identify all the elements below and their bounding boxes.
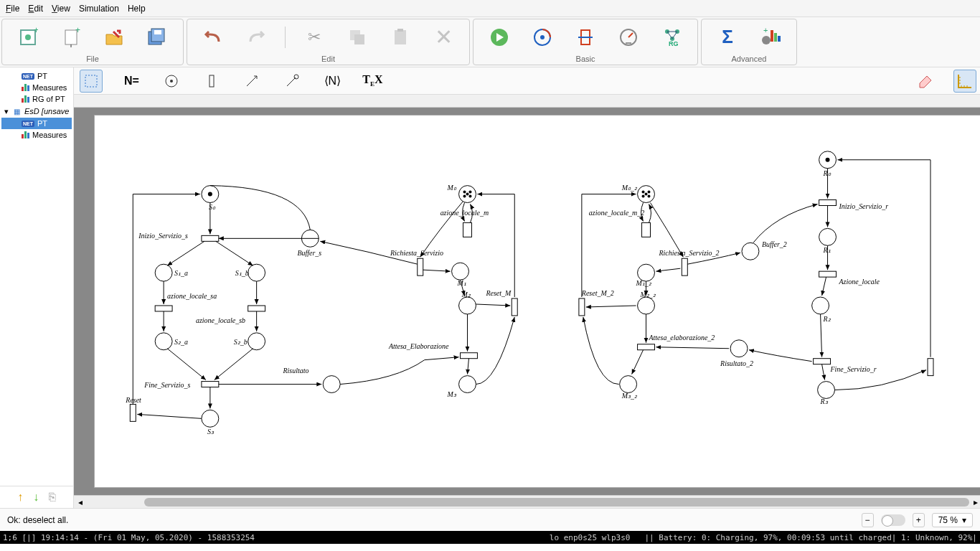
svg-rect-67 [418,258,423,276]
svg-text:Risultato_2: Risultato_2 [720,359,754,367]
zoom-select[interactable]: 75 %▾ [932,513,973,527]
svg-text:azione_locale_m_2: azione_locale_m_2 [589,209,644,217]
tree-item-rg[interactable]: RG of PT [1,93,72,105]
net-icon: NET [22,121,34,127]
sigma-button[interactable]: Σ [713,23,742,52]
move-up-button[interactable]: ↑ [17,491,23,504]
open-button[interactable] [100,23,128,52]
delete-button[interactable]: ✕ [429,23,458,52]
svg-point-117 [818,382,835,399]
arc-tool[interactable] [240,70,263,93]
cut-button[interactable]: ✂ [300,23,329,52]
new-net-button[interactable]: + [14,23,42,52]
zoom-toggle[interactable] [881,514,905,526]
svg-point-109 [819,228,837,245]
svg-point-98 [730,340,748,357]
select-tool[interactable] [80,70,103,93]
measure-button[interactable] [614,23,643,52]
ctmc-button[interactable] [571,23,600,52]
angle-n-tool[interactable]: ⟨N⟩ [321,70,344,93]
svg-text:+: + [34,27,38,35]
svg-text:Inizio_Servizio_s: Inizio_Servizio_s [138,232,189,240]
save-all-button[interactable] [143,23,171,52]
tree-item-pt2[interactable]: NETPT [1,118,72,129]
petri-net-canvas[interactable]: S₀ Inizio_Servizio_s S₁_a S₁_b azione_lo… [94,115,980,488]
svg-point-92 [638,297,655,314]
svg-rect-9 [354,34,364,44]
svg-text:Buffer_s: Buffer_s [298,249,322,257]
net-icon: NET [22,73,34,80]
svg-text:S₁_a: S₁_a [174,269,188,277]
svg-rect-65 [463,222,472,237]
rg-button[interactable]: RG [657,23,686,52]
zoom-out-button[interactable]: − [862,513,874,527]
place-tool[interactable] [160,70,183,93]
paste-button[interactable] [386,23,415,52]
eraser-tool[interactable] [913,70,936,93]
toolbar-group-label: Edit [187,55,469,65]
sidebar-actions: ↑ ↓ ⎘ [0,486,73,508]
menu-help[interactable]: Help [128,4,146,14]
menu-file[interactable]: File [6,4,19,14]
transition-tool[interactable] [200,70,223,93]
toolbar-group-label: Advanced [702,55,796,65]
ruler-horizontal [74,95,980,108]
tree-item-measures[interactable]: Measures [1,82,72,93]
svg-point-24 [762,36,771,44]
undo-button[interactable] [199,23,227,52]
svg-point-59 [463,191,466,194]
svg-rect-26 [85,75,97,87]
svg-point-44 [156,333,173,350]
project-tree[interactable]: NETPT Measures RG of PT ▾▦EsD [unsave NE… [0,67,73,486]
chart-settings-button[interactable]: + [756,23,785,52]
state-space-button[interactable] [528,23,557,52]
toolbar-group-label: File [2,55,183,65]
svg-point-38 [248,264,265,281]
svg-text:Inizio_Servizio_r: Inizio_Servizio_r [839,202,889,210]
svg-text:Reset_M_2: Reset_M_2 [581,289,614,297]
new-page-button[interactable]: + [57,23,85,52]
move-down-button[interactable]: ↓ [33,491,39,504]
svg-point-32 [208,192,212,197]
svg-text:S₂_a: S₂_a [174,338,188,346]
sys-mid: lo enp0s25 wlp3s0 [550,533,631,542]
svg-text:M₀_₂: M₀_₂ [621,184,638,192]
canvas-area: N= ⟨N⟩ TEX S₀ Inizio_Servizio_s [74,67,980,508]
status-message: Ok: deselect all. [7,515,68,525]
svg-text:M₃: M₃ [447,390,457,398]
menu-simulation[interactable]: Simulation [79,4,119,14]
tree-item-esd[interactable]: ▾▦EsD [unsave [1,105,72,118]
run-button[interactable] [485,23,514,52]
svg-rect-23 [778,36,781,42]
sys-left: 1;6 [|] 19:14:14 - (Fri 01 May, 05.2020)… [3,533,255,542]
redo-button[interactable] [242,23,270,52]
menu-edit[interactable]: Edit [28,4,43,14]
svg-point-30 [294,75,298,79]
name-tool[interactable]: N= [120,70,143,93]
bars-icon [22,95,29,103]
tex-tool[interactable]: TEX [361,70,384,93]
svg-rect-73 [512,298,518,316]
horizontal-scrollbar[interactable]: ◂▸ [74,495,980,508]
chevron-down-icon: ▾ [4,107,9,116]
duplicate-button[interactable]: ⎘ [49,491,56,504]
inhibitor-tool[interactable] [281,70,303,93]
sys-right: || Battery: 0: Charging, 97%, 00:09:53 u… [644,533,977,542]
svg-text:+: + [75,27,80,35]
svg-text:M₀: M₀ [447,184,457,192]
zoom-in-button[interactable]: + [913,513,925,527]
canvas-viewport[interactable]: S₀ Inizio_Servizio_s S₁_a S₁_b azione_lo… [74,108,980,495]
svg-rect-34 [202,235,219,241]
tree-item-measures2[interactable]: Measures [1,129,72,141]
tree-item-pt[interactable]: NETPT [1,70,72,82]
menu-view[interactable]: View [52,4,70,14]
bars-icon [22,131,29,138]
svg-text:Fine_Servizio_r: Fine_Servizio_r [830,365,877,373]
svg-text:Attesa_elaborazione_2: Attesa_elaborazione_2 [649,334,715,342]
copy-button[interactable] [343,23,372,52]
svg-point-84 [645,193,648,196]
svg-point-100 [620,376,637,393]
svg-text:R₁: R₁ [823,246,831,254]
svg-text:M₁_₂: M₁_₂ [636,279,652,287]
ruler-toggle[interactable] [953,70,976,93]
